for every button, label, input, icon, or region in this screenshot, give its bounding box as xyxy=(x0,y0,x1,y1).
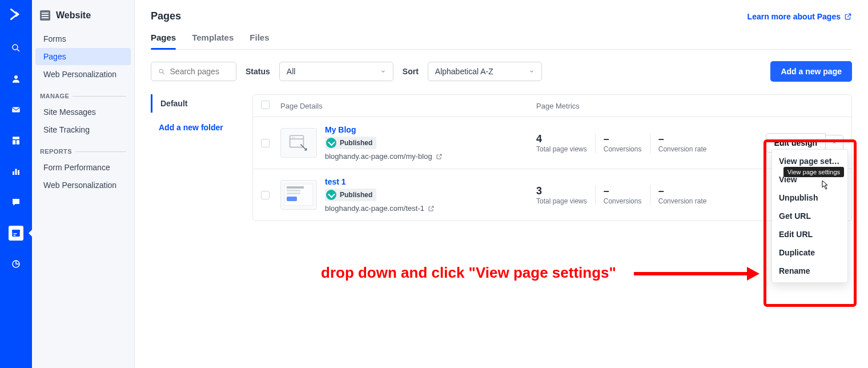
sidebar-item-web-personalization[interactable]: Web Personalization xyxy=(35,66,131,83)
metric-views: 3Total page views xyxy=(536,185,595,205)
rail-chat-icon[interactable] xyxy=(0,193,32,211)
sidebar-item-form-performance[interactable]: Form Performance xyxy=(35,159,131,176)
dropdown-tooltip: View page settings xyxy=(783,167,844,177)
rail-site-icon[interactable] xyxy=(0,131,32,150)
external-link-icon xyxy=(844,13,852,21)
page-name-link[interactable]: test 1 xyxy=(325,177,536,186)
rail-user-icon[interactable] xyxy=(0,70,32,88)
sidebar-item-forms[interactable]: Forms xyxy=(35,30,131,47)
svg-rect-13 xyxy=(14,235,16,236)
svg-point-20 xyxy=(294,137,295,138)
svg-rect-11 xyxy=(12,230,20,232)
folder-default[interactable]: Default xyxy=(151,94,242,113)
svg-rect-7 xyxy=(13,171,14,175)
search-input[interactable] xyxy=(170,67,229,76)
metric-conversion-rate: –Conversion rate xyxy=(650,185,715,205)
annotation-arrow-head xyxy=(747,267,760,281)
tab-templates[interactable]: Templates xyxy=(192,33,234,49)
rail-pie-icon[interactable] xyxy=(0,255,32,273)
check-icon xyxy=(326,138,336,148)
metric-value: 4 xyxy=(536,133,587,145)
page-thumbnail xyxy=(280,128,317,158)
status-select[interactable]: All xyxy=(279,62,393,81)
table-row: test 1 Published bloghandy.ac-page.com/t… xyxy=(253,169,851,221)
svg-rect-4 xyxy=(13,137,19,139)
svg-rect-8 xyxy=(15,169,17,175)
rail-reports-icon[interactable] xyxy=(0,162,32,181)
metric-label: Conversion rate xyxy=(658,145,707,153)
metric-conversion-rate: –Conversion rate xyxy=(650,133,715,153)
sort-select[interactable]: Alphabetical A-Z xyxy=(428,62,542,81)
metric-views: 4Total page views xyxy=(536,133,595,153)
dropdown-item-rename[interactable]: Rename xyxy=(772,262,847,280)
learn-more-link[interactable]: Learn more about Pages xyxy=(748,12,852,21)
svg-point-15 xyxy=(159,69,163,73)
chevron-up-icon xyxy=(831,140,837,146)
svg-rect-9 xyxy=(18,170,19,175)
svg-rect-12 xyxy=(14,233,17,234)
page-url-text: bloghandy.ac-page.com/my-blog xyxy=(325,152,432,161)
svg-point-2 xyxy=(14,75,18,79)
status-value: All xyxy=(287,67,296,76)
annotation-text: drop down and click "View page settings" xyxy=(321,264,616,282)
tab-files[interactable]: Files xyxy=(250,33,269,49)
rail-search-icon[interactable] xyxy=(0,39,32,57)
sidebar-item-site-tracking[interactable]: Site Tracking xyxy=(35,121,131,138)
sidebar-item-web-personalization-report[interactable]: Web Personalization xyxy=(35,177,131,194)
svg-rect-3 xyxy=(12,107,20,113)
dropdown-item-edit-url[interactable]: Edit URL xyxy=(772,225,847,243)
row-actions-dropdown-toggle[interactable] xyxy=(826,135,843,151)
svg-rect-25 xyxy=(287,197,297,201)
page-url[interactable]: bloghandy.ac-page.com/test-1 xyxy=(325,204,536,213)
chevron-down-icon xyxy=(529,69,535,74)
folders-panel: Default Add a new folder xyxy=(151,94,242,221)
main-content: Pages Learn more about Pages Pages Templ… xyxy=(135,0,868,368)
metric-label: Conversions xyxy=(604,145,642,153)
side-panel-header: Website xyxy=(32,8,134,30)
dropdown-item-unpublish[interactable]: Unpublish xyxy=(772,189,847,207)
learn-more-label: Learn more about Pages xyxy=(748,12,841,21)
icon-rail xyxy=(0,0,32,368)
external-link-icon xyxy=(436,153,443,160)
metric-conversions: –Conversions xyxy=(595,133,650,153)
metric-label: Conversions xyxy=(604,197,642,205)
row-actions-dropdown: View page settings View Unpublish Get UR… xyxy=(771,149,848,283)
metric-value: – xyxy=(604,185,642,197)
metric-value: 3 xyxy=(536,185,587,197)
rail-pages-icon[interactable] xyxy=(0,224,32,242)
dropdown-item-duplicate[interactable]: Duplicate xyxy=(772,243,847,262)
search-input-wrapper[interactable] xyxy=(151,62,236,81)
svg-rect-24 xyxy=(287,193,300,194)
sidebar-section-manage: MANAGE xyxy=(32,83,134,103)
page-title: Pages xyxy=(151,10,181,22)
chevron-down-icon xyxy=(380,69,386,74)
svg-rect-22 xyxy=(287,186,304,189)
rail-mail-icon[interactable] xyxy=(0,101,32,119)
add-page-button[interactable]: Add a new page xyxy=(770,61,852,82)
status-text: Published xyxy=(340,139,372,147)
svg-point-19 xyxy=(292,137,293,138)
row-checkbox[interactable] xyxy=(261,139,270,147)
side-panel-title: Website xyxy=(56,10,91,21)
page-url[interactable]: bloghandy.ac-page.com/my-blog xyxy=(325,152,536,161)
metric-label: Total page views xyxy=(536,197,587,205)
add-folder-link[interactable]: Add a new folder xyxy=(151,118,242,137)
dropdown-item-get-url[interactable]: Get URL xyxy=(772,207,847,225)
external-link-icon xyxy=(428,205,435,212)
metric-conversions: –Conversions xyxy=(595,185,650,205)
select-all-checkbox[interactable] xyxy=(261,101,270,109)
svg-point-0 xyxy=(13,45,18,50)
row-checkbox[interactable] xyxy=(261,191,270,199)
page-url-text: bloghandy.ac-page.com/test-1 xyxy=(325,204,424,213)
status-label: Status xyxy=(246,67,270,76)
metric-value: – xyxy=(604,133,642,145)
page-name-link[interactable]: My Blog xyxy=(325,125,536,134)
page-thumbnail xyxy=(280,180,317,210)
table-header: Page Details Page Metrics xyxy=(253,95,851,117)
tab-pages[interactable]: Pages xyxy=(151,33,176,49)
logo-icon xyxy=(7,6,25,23)
pages-table: Page Details Page Metrics My Blog Publis… xyxy=(252,94,852,221)
tabs: Pages Templates Files xyxy=(151,33,852,50)
sidebar-item-pages[interactable]: Pages xyxy=(35,48,131,65)
sidebar-item-site-messages[interactable]: Site Messages xyxy=(35,103,131,121)
